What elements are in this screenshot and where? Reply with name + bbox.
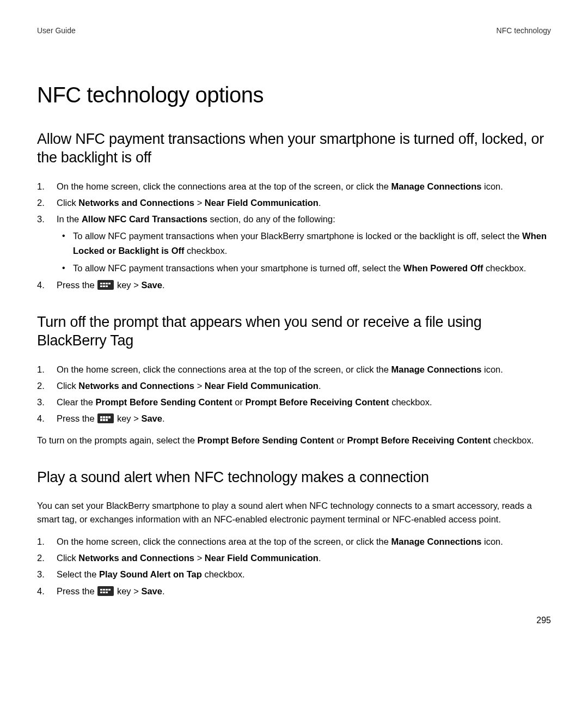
step: Click Networks and Connections > Near Fi… <box>37 379 551 393</box>
page-number: 295 <box>536 616 551 625</box>
bullet-list: To allow NFC payment transactions when y… <box>57 229 551 276</box>
page-header: User Guide NFC technology <box>37 26 551 35</box>
step: Press the key > Save. <box>37 278 551 293</box>
step: Press the key > Save. <box>37 584 551 599</box>
step: On the home screen, click the connection… <box>37 534 551 549</box>
header-right: NFC technology <box>497 26 551 35</box>
section-heading: Play a sound alert when NFC technology m… <box>37 468 551 487</box>
page-title: NFC technology options <box>37 83 551 107</box>
blackberry-key-icon <box>97 413 114 423</box>
section-turn-off-prompt: Turn off the prompt that appears when yo… <box>37 313 551 448</box>
ordered-list: On the home screen, click the connection… <box>37 534 551 599</box>
step: Press the key > Save. <box>37 411 551 426</box>
bullet: To allow NFC payment transactions when y… <box>57 261 551 276</box>
step: Clear the Prompt Before Sending Content … <box>37 395 551 410</box>
section-allow-nfc: Allow NFC payment transactions when your… <box>37 130 551 293</box>
section-play-sound: Play a sound alert when NFC technology m… <box>37 468 551 599</box>
section-heading: Turn off the prompt that appears when yo… <box>37 313 551 350</box>
ordered-list: On the home screen, click the connection… <box>37 179 551 293</box>
after-note: To turn on the prompts again, select the… <box>37 434 551 448</box>
step: On the home screen, click the connection… <box>37 362 551 377</box>
step: Click Networks and Connections > Near Fi… <box>37 196 551 210</box>
section-heading: Allow NFC payment transactions when your… <box>37 130 551 167</box>
ordered-list: On the home screen, click the connection… <box>37 362 551 427</box>
step: Click Networks and Connections > Near Fi… <box>37 551 551 565</box>
blackberry-key-icon <box>97 280 114 290</box>
bullet: To allow NFC payment transactions when y… <box>57 229 551 258</box>
blackberry-key-icon <box>97 586 114 596</box>
intro-text: You can set your BlackBerry smartphone t… <box>37 499 551 527</box>
step: In the Allow NFC Card Transactions secti… <box>37 212 551 276</box>
step: On the home screen, click the connection… <box>37 179 551 194</box>
step: Select the Play Sound Alert on Tap check… <box>37 567 551 582</box>
header-left: User Guide <box>37 26 76 35</box>
